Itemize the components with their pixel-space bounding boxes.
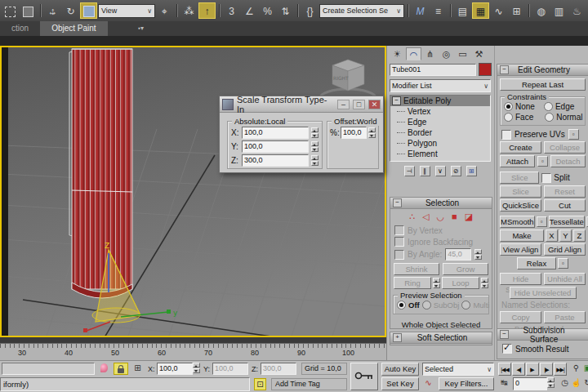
percent-snap-icon[interactable]: % xyxy=(259,2,276,19)
x-coord-spinner[interactable] xyxy=(193,363,200,375)
select-and-move-icon[interactable]: ↔↕ xyxy=(44,2,61,19)
go-to-end-button[interactable]: ▶▶| xyxy=(554,363,567,376)
selection-lock-icon[interactable] xyxy=(114,363,128,375)
stack-item-border[interactable]: Border xyxy=(390,127,490,138)
cut-button[interactable]: Cut xyxy=(544,199,586,212)
selection-region-icon[interactable] xyxy=(2,2,19,19)
preview-multi-radio[interactable] xyxy=(461,301,470,310)
remove-modifier-icon[interactable]: ⊘ xyxy=(451,166,461,176)
go-to-start-button[interactable]: |◀◀ xyxy=(498,363,511,376)
grow-button[interactable]: Grow xyxy=(443,263,488,275)
slice-plane-button[interactable]: Slice Plane xyxy=(500,172,539,184)
split-checkbox[interactable] xyxy=(541,173,551,183)
spinner-snap-icon[interactable]: ⇅ xyxy=(277,2,294,19)
close-icon[interactable]: ✕ xyxy=(368,100,381,109)
subdivision-surface-header[interactable]: −Subdivision Surface xyxy=(497,329,588,341)
modifier-list-dropdown[interactable]: Modifier List∨ xyxy=(390,79,491,92)
make-planar-z-button[interactable]: Z xyxy=(573,229,586,242)
hide-selected-button[interactable]: Hide Selected xyxy=(500,273,541,285)
zoom-extents-icon[interactable]: ▣ xyxy=(581,363,588,375)
unhide-all-button[interactable]: Unhide All xyxy=(544,273,586,285)
zoom-icon[interactable]: ⚲ xyxy=(570,363,582,375)
by-angle-field[interactable]: 45,0 xyxy=(445,248,471,261)
next-frame-button[interactable]: |▶ xyxy=(540,363,553,376)
attach-button[interactable]: Attach xyxy=(500,155,535,167)
ignore-backfacing-checkbox[interactable] xyxy=(394,237,404,247)
make-unique-icon[interactable]: ∨ xyxy=(435,166,446,176)
edit-geometry-header[interactable]: −Edit Geometry xyxy=(497,65,588,76)
key-mode-toggle-icon[interactable]: ↹ xyxy=(498,377,510,390)
make-planar-y-button[interactable]: Y xyxy=(559,229,572,242)
loop-button[interactable]: Loop xyxy=(442,277,479,289)
configure-modifier-sets-icon[interactable]: ⊞ xyxy=(466,166,477,176)
tab-utilities-icon[interactable]: ⚒ xyxy=(471,47,487,60)
constraint-face-radio[interactable] xyxy=(504,113,513,122)
select-and-manipulate-icon[interactable]: ⁂ xyxy=(180,2,198,19)
tab-modify-icon[interactable]: ◠ xyxy=(406,47,421,60)
edit-named-selection-sets-icon[interactable]: {} xyxy=(301,2,318,19)
paste-button[interactable]: Paste xyxy=(544,311,586,323)
by-angle-checkbox[interactable] xyxy=(394,250,404,260)
mirror-icon[interactable]: M xyxy=(412,2,429,19)
detach-button[interactable]: Detach xyxy=(550,155,586,167)
notification-balloon-icon[interactable] xyxy=(100,363,108,372)
stack-item-polygon[interactable]: Polygon xyxy=(390,138,490,149)
viewport-scene[interactable]: Z y RIGHT xyxy=(2,47,385,336)
preserve-uvs-settings-icon[interactable]: ▫ xyxy=(568,129,579,140)
scale-transform-type-in-dialog[interactable]: Scale Transform Type-In – □ ✕ Absolute:L… xyxy=(219,96,384,173)
set-keys-button[interactable] xyxy=(350,363,378,390)
select-and-scale-icon[interactable] xyxy=(80,2,97,19)
subobject-border-icon[interactable]: ◡ xyxy=(436,212,444,222)
set-key-button[interactable]: Set Key xyxy=(381,377,419,390)
copy-button[interactable]: Copy xyxy=(500,311,541,323)
ribbon-collapse-icon[interactable]: ▪▾ xyxy=(131,24,152,33)
scale-z-spinner[interactable] xyxy=(311,155,318,166)
constraint-none-radio[interactable] xyxy=(504,102,513,111)
named-selection-set-dropdown[interactable]: Create Selection Se∨ xyxy=(319,4,404,18)
tab-create-icon[interactable]: ☀ xyxy=(390,47,405,60)
collapse-button[interactable]: Collapse xyxy=(544,141,586,154)
preview-subobj-radio[interactable] xyxy=(422,301,431,310)
scale-y-spinner[interactable] xyxy=(311,141,318,152)
ribbon-tab-object-paint[interactable]: Object Paint xyxy=(40,21,107,36)
auto-key-button[interactable]: Auto Key xyxy=(381,363,419,376)
modifier-stack[interactable]: − Editable Poly Vertex Edge Border Polyg… xyxy=(390,95,491,162)
x-coord-field[interactable]: 100,0 xyxy=(157,363,193,375)
frame-spinner[interactable] xyxy=(547,377,555,388)
loop-spinner[interactable] xyxy=(481,278,488,288)
scale-offset-spinner[interactable] xyxy=(368,127,376,138)
relax-button[interactable]: Relax xyxy=(517,257,556,270)
tessellate-button[interactable]: Tessellate xyxy=(549,216,585,228)
subobject-polygon-icon[interactable]: ■ xyxy=(452,212,457,222)
constraint-normal-radio[interactable] xyxy=(545,113,554,122)
soft-selection-rollout[interactable]: +Soft Selection xyxy=(390,332,492,345)
make-planar-button[interactable]: Make Planar xyxy=(500,229,544,242)
z-coord-field[interactable]: 300,0 xyxy=(261,363,296,375)
selection-rollout-header[interactable]: −Selection xyxy=(390,198,492,209)
view-align-button[interactable]: View Align xyxy=(500,243,541,256)
show-end-result-icon[interactable]: ∥ xyxy=(420,166,430,176)
slice-button[interactable]: Slice xyxy=(500,185,541,198)
angle-snap-icon[interactable]: ∠ xyxy=(241,2,258,19)
msmooth-button[interactable]: MSmooth xyxy=(500,216,535,228)
msmooth-settings-icon[interactable]: ▫ xyxy=(537,216,547,227)
previous-frame-button[interactable]: ◀| xyxy=(512,363,525,376)
shrink-button[interactable]: Shrink xyxy=(394,263,439,275)
snaps-toggle-icon[interactable]: 3 xyxy=(223,2,240,19)
tab-motion-icon[interactable]: ◎ xyxy=(439,47,454,60)
object-color-swatch[interactable] xyxy=(479,63,492,76)
reference-coordinate-dropdown[interactable]: View∨ xyxy=(98,4,155,18)
scale-offset-field[interactable]: 100,0 xyxy=(341,127,367,139)
make-planar-x-button[interactable]: X xyxy=(546,229,558,242)
current-frame-field[interactable]: 0 xyxy=(513,377,547,390)
maximize-icon[interactable]: □ xyxy=(353,100,365,109)
subobject-edge-icon[interactable]: ◁ xyxy=(422,212,429,222)
hide-unselected-button[interactable]: Hide Unselected xyxy=(510,287,577,299)
attach-settings-icon[interactable]: ▫ xyxy=(537,156,548,167)
scale-z-field[interactable]: 300,0 xyxy=(242,154,309,167)
render-production-icon[interactable]: ♨ xyxy=(568,2,586,19)
constraint-edge-radio[interactable] xyxy=(544,102,553,111)
stack-item-editable-poly[interactable]: − Editable Poly xyxy=(390,96,490,106)
reset-plane-button[interactable]: Reset Plane xyxy=(544,185,586,198)
stack-item-vertex[interactable]: Vertex xyxy=(390,106,490,117)
